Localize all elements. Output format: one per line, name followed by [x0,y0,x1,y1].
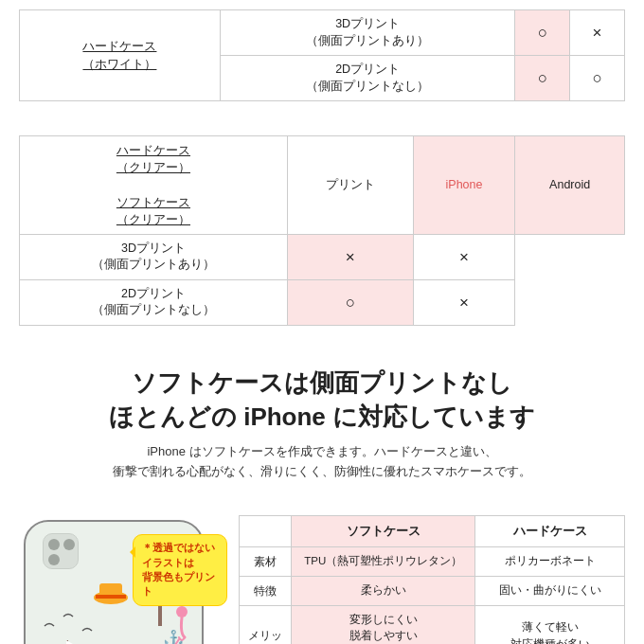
bottom-section: ＊透過ではないイラストは 背景色もプリント [19,515,625,644]
row-label-2: メリット [240,605,292,644]
3d-print-label: 3Dプリント （側面プリントあり） [20,234,288,279]
headline-line1: ソフトケースは側面プリントなし [19,366,625,400]
soft-cell-0: TPU（熱可塑性ポリウレタン） [292,546,475,576]
iphone-header: iPhone [413,136,515,235]
t2-r3-android: × [413,279,515,325]
row2-label: 2Dプリント （側面プリントなし） [220,56,514,101]
right-table-wrap: ソフトケース ハードケース 素材TPU（熱可塑性ポリウレタン）ポリカーボネート特… [239,515,625,644]
t2-r2-android: × [413,234,515,279]
hard-cell-0: ポリカーボネート [475,546,625,576]
soft-header: ソフトケース [292,516,475,547]
r2-iphone: ○ [515,56,570,101]
row-label-1: 特徴 [240,576,292,605]
comparison-table: ソフトケース ハードケース 素材TPU（熱可塑性ポリウレタン）ポリカーボネート特… [239,515,625,644]
row1-label: 3Dプリント （側面プリントあり） [220,10,514,56]
row-label-0: 素材 [240,546,292,576]
top-table-2: ハードケース （クリアー）ソフトケース （クリアー） プリント iPhone A… [19,135,625,326]
t2-r3-iphone: ○ [287,279,413,325]
r1-iphone: ○ [515,10,570,56]
headline-section: ソフトケースは側面プリントなし ほとんどの iPhone に対応しています iP… [19,366,625,481]
2d-print-label: 2Dプリント （側面プリントなし） [20,279,288,325]
section2-label: ハードケース （クリアー）ソフトケース （クリアー） [20,136,288,235]
soft-cell-1: 柔らかい [292,576,475,605]
t2-r2-iphone: × [287,234,413,279]
hard-cell-2: 薄くて軽い 対応機種が多い カラー・デザインが多い [475,605,625,644]
print-label: プリント [287,136,413,235]
r1-android: × [570,10,625,56]
speech-bubble: ＊透過ではないイラストは 背景色もプリント [133,534,227,606]
hard-cell-1: 固い・曲がりにくい [475,576,625,605]
android-header: Android [515,136,625,235]
phone-side: ＊透過ではないイラストは 背景色もプリント [19,515,227,644]
section1-label: ハードケース （ホワイト） [20,10,221,101]
top-table-1: ハードケース （ホワイト） 3Dプリント （側面プリントあり） ○ × 2Dプリ… [19,9,625,101]
page-wrapper: ハードケース （ホワイト） 3Dプリント （側面プリントあり） ○ × 2Dプリ… [0,0,644,644]
svg-point-25 [176,606,188,617]
empty-header [240,516,292,547]
r2-android: ○ [570,56,625,101]
headline-line2: ほとんどの iPhone に対応しています [19,400,625,434]
hard-header: ハードケース [475,516,625,547]
svg-rect-7 [96,595,126,599]
sub-text: iPhone はソフトケースを作成できます。ハードケースと違い、 衝撃で割れる心… [19,442,625,482]
headline: ソフトケースは側面プリントなし ほとんどの iPhone に対応しています [19,366,625,435]
soft-cell-2: 変形しにくい 脱着しやすい 衝撃に強い 割れない [292,605,475,644]
